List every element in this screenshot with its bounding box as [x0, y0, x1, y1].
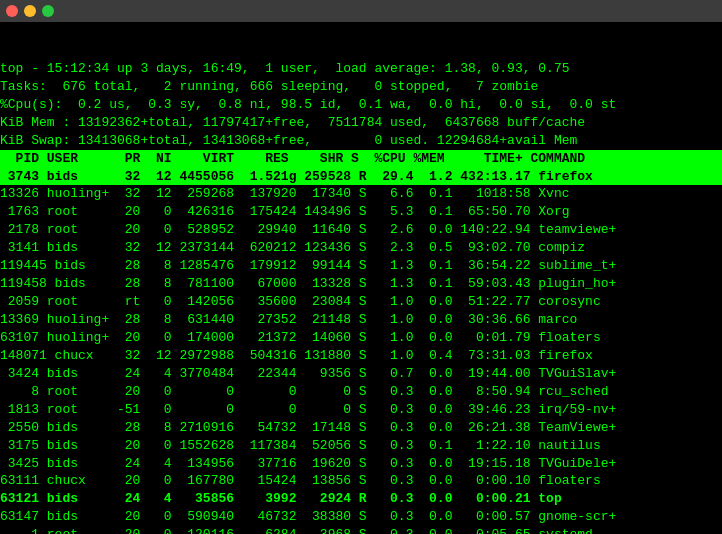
terminal-window: top - 15:12:34 up 3 days, 16:49, 1 user,… [0, 0, 722, 534]
terminal-line: 8 root 20 0 0 0 0 S 0.3 0.0 8:50.94 rcu_… [0, 383, 722, 401]
terminal-line: 63111 chucx 20 0 167780 15424 13856 S 0.… [0, 472, 722, 490]
terminal-line: 3424 bids 24 4 3770484 22344 9356 S 0.7 … [0, 365, 722, 383]
title-bar [0, 0, 722, 22]
terminal-content[interactable]: top - 15:12:34 up 3 days, 16:49, 1 user,… [0, 22, 722, 534]
terminal-line: %Cpu(s): 0.2 us, 0.3 sy, 0.8 ni, 98.5 id… [0, 96, 722, 114]
terminal-line: 1763 root 20 0 426316 175424 143496 S 5.… [0, 203, 722, 221]
terminal-line: 63147 bids 20 0 590940 46732 38380 S 0.3… [0, 508, 722, 526]
terminal-line: 3743 bids 32 12 4455056 1.521g 259528 R … [0, 168, 722, 186]
terminal-line: 63121 bids 24 4 35856 3992 2924 R 0.3 0.… [0, 490, 722, 508]
maximize-button[interactable] [42, 5, 54, 17]
terminal-line: 2059 root rt 0 142056 35600 23084 S 1.0 … [0, 293, 722, 311]
terminal-line: 2178 root 20 0 528952 29940 11640 S 2.6 … [0, 221, 722, 239]
terminal-line: 3175 bids 20 0 1552628 117384 52056 S 0.… [0, 437, 722, 455]
terminal-line: 1813 root -51 0 0 0 0 S 0.3 0.0 39:46.23… [0, 401, 722, 419]
terminal-line: 148071 chucx 32 12 2972988 504316 131880… [0, 347, 722, 365]
close-button[interactable] [6, 5, 18, 17]
terminal-line: KiB Mem : 13192362+total, 11797417+free,… [0, 114, 722, 132]
terminal-line: 13369 huoling+ 28 8 631440 27352 21148 S… [0, 311, 722, 329]
terminal-line: top - 15:12:34 up 3 days, 16:49, 1 user,… [0, 60, 722, 78]
terminal-line: 119445 bids 28 8 1285476 179912 99144 S … [0, 257, 722, 275]
terminal-line: PID USER PR NI VIRT RES SHR S %CPU %MEM … [0, 150, 722, 168]
terminal-line: 119458 bids 28 8 781100 67000 13328 S 1.… [0, 275, 722, 293]
terminal-line: 13326 huoling+ 32 12 259268 137920 17340… [0, 185, 722, 203]
terminal-line: 1 root 20 0 120116 6284 3968 S 0.3 0.0 0… [0, 526, 722, 534]
terminal-line: Tasks: 676 total, 2 running, 666 sleepin… [0, 78, 722, 96]
terminal-line: 3141 bids 32 12 2373144 620212 123436 S … [0, 239, 722, 257]
terminal-line: KiB Swap: 13413068+total, 13413068+free,… [0, 132, 722, 150]
terminal-line: 2550 bids 28 8 2710916 54732 17148 S 0.3… [0, 419, 722, 437]
terminal-line: 3425 bids 24 4 134956 37716 19620 S 0.3 … [0, 455, 722, 473]
minimize-button[interactable] [24, 5, 36, 17]
terminal-line: 63107 huoling+ 20 0 174000 21372 14060 S… [0, 329, 722, 347]
